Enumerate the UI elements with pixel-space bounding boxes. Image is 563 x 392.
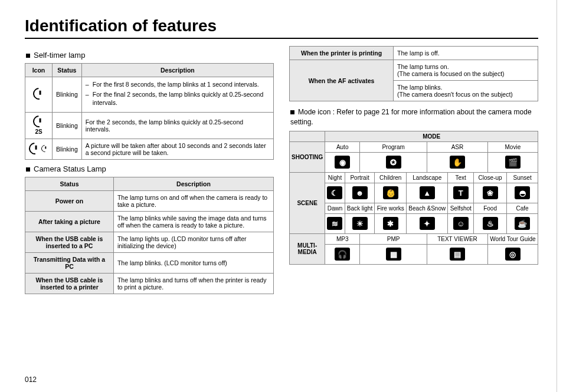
timer-2s-icon: 2S <box>31 116 47 136</box>
camera-status-table: Status Description Power onThe lamp turn… <box>25 177 274 294</box>
page-number: 012 <box>25 375 37 384</box>
backlight-icon: ☀ <box>352 217 368 230</box>
page-title: Identification of features <box>25 17 538 39</box>
text-icon: T <box>453 186 469 199</box>
beachsnow-icon: ✦ <box>420 217 435 230</box>
selfshot-icon: ☺ <box>453 217 469 230</box>
self-timer-table: Icon Status Description Blinking For the… <box>25 63 274 160</box>
mode-table: MODE SHOOTING Auto Program ASR Movie ◉ ✪… <box>289 131 538 265</box>
textviewer-icon: ▤ <box>450 248 465 261</box>
cafe-icon: ☕ <box>515 217 530 230</box>
night-icon: ☾ <box>327 186 342 199</box>
worldtour-icon: ◎ <box>505 248 521 261</box>
pmp-icon: ▦ <box>386 248 401 261</box>
self-timer-heading: Self-timer lamp <box>26 51 274 60</box>
landscape-icon: ▲ <box>420 186 435 199</box>
printer-af-table: When the printer is printingThe lamp is … <box>289 46 538 101</box>
camera-icon: ◉ <box>335 156 350 169</box>
children-icon: 👶 <box>383 186 398 199</box>
closeup-icon: ❀ <box>483 186 498 199</box>
portrait-icon: ☻ <box>352 186 368 199</box>
timer-double-icon <box>29 143 48 154</box>
sunset-icon: ◓ <box>515 186 530 199</box>
timer-icon <box>31 88 47 101</box>
program-icon: ✪ <box>386 156 401 169</box>
mode-icon-note: Mode icon : Refer to page 21 for more in… <box>290 107 538 127</box>
movie-icon: 🎬 <box>505 156 521 169</box>
fireworks-icon: ✱ <box>383 217 398 230</box>
asr-icon: ✋ <box>450 156 465 169</box>
camera-status-heading: Camera Status Lamp <box>26 164 274 173</box>
mp3-icon: 🎧 <box>335 248 350 261</box>
dawn-icon: ≋ <box>327 217 342 230</box>
page-edge <box>557 0 557 392</box>
food-icon: ♨ <box>483 217 498 230</box>
